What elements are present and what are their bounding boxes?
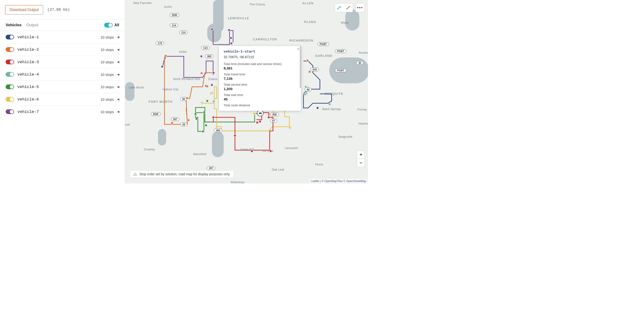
map-city-label: Seagoville (338, 135, 352, 138)
vehicle-toggle[interactable] (6, 84, 14, 89)
stop-marker[interactable] (250, 150, 253, 152)
toggle-all[interactable] (104, 23, 113, 28)
more-icon: ••• (357, 6, 363, 10)
stop-marker[interactable] (186, 97, 188, 100)
tab-output[interactable]: Output (26, 23, 38, 28)
vehicle-name: vehicle-3 (17, 60, 100, 64)
svg-point-3 (346, 9, 347, 10)
stop-marker[interactable] (187, 119, 190, 122)
stop-marker[interactable] (164, 54, 167, 57)
stop-marker[interactable] (253, 112, 256, 115)
stop-marker[interactable] (316, 106, 319, 109)
vehicle-toggle[interactable] (6, 109, 14, 114)
vehicle-marker[interactable] (257, 110, 264, 116)
tab-vehicles[interactable]: Vehicles (6, 23, 22, 28)
vehicle-list: vehicle-1 10 stops ◀ vehicle-2 10 stops … (0, 31, 125, 118)
stop-marker[interactable] (212, 100, 215, 103)
stop-marker[interactable] (289, 126, 292, 129)
vehicle-row[interactable]: vehicle-4 10 stops ◀ (6, 68, 119, 81)
stop-marker[interactable] (205, 124, 208, 127)
chevron-left-icon[interactable]: ◀ (117, 36, 119, 39)
stop-marker[interactable] (256, 121, 259, 124)
stop-marker[interactable] (328, 103, 331, 106)
vehicle-row[interactable]: vehicle-5 10 stops ◀ (6, 81, 119, 93)
popup-metric-label: Total service time (224, 83, 296, 86)
route-curve-icon (337, 5, 342, 10)
vehicle-toggle[interactable] (6, 60, 14, 64)
stop-marker[interactable] (210, 28, 213, 31)
stop-marker[interactable] (269, 150, 272, 152)
stop-marker[interactable] (308, 70, 311, 73)
openstreetmap-link[interactable]: OpenStreetMap (346, 180, 366, 183)
chevron-left-icon[interactable]: ◀ (117, 48, 119, 51)
stop-marker[interactable] (234, 134, 236, 137)
more-options-button[interactable]: ••• (356, 6, 364, 10)
map-city-label: CARROLLTON (253, 38, 277, 41)
stop-marker[interactable] (161, 65, 164, 68)
zoom-out-button[interactable]: − (357, 159, 365, 167)
openmaptiles-link[interactable]: OpenMapTiles (324, 180, 343, 183)
vehicle-name: vehicle-6 (17, 97, 100, 102)
vehicle-toggle[interactable] (6, 97, 14, 102)
stop-marker[interactable] (216, 125, 218, 128)
chevron-left-icon[interactable]: ◀ (117, 85, 119, 88)
chevron-left-icon[interactable]: ◀ (117, 98, 119, 101)
stop-marker[interactable] (200, 72, 203, 74)
map-city-label: Lancaster (285, 146, 298, 150)
stop-marker[interactable] (230, 42, 233, 45)
popup-scrollbar[interactable] (300, 46, 301, 88)
chevron-left-icon[interactable]: ◀ (117, 110, 119, 113)
stop-marker[interactable] (210, 84, 213, 86)
stop-marker[interactable] (230, 36, 232, 40)
vehicle-toggle[interactable] (6, 47, 14, 52)
svg-line-2 (347, 6, 350, 9)
vehicle-row[interactable]: vehicle-3 10 stops ◀ (6, 56, 119, 68)
stop-marker[interactable] (306, 59, 309, 62)
vehicle-stops: 10 stops (100, 48, 114, 52)
stop-marker[interactable] (201, 101, 204, 104)
close-icon[interactable]: × (297, 47, 299, 51)
stop-marker[interactable] (228, 29, 230, 32)
stop-marker[interactable] (202, 130, 204, 133)
stop-marker[interactable] (206, 100, 209, 102)
vehicle-row[interactable]: vehicle-6 10 stops ◀ (6, 93, 119, 106)
stop-marker[interactable] (304, 93, 306, 96)
map-city-label: Rockwa (359, 51, 368, 54)
stop-marker[interactable] (203, 111, 206, 114)
chevron-left-icon[interactable]: ◀ (117, 60, 119, 64)
stop-marker[interactable] (212, 116, 215, 119)
popup-metric-value: 8,381 (224, 66, 296, 70)
download-output-button[interactable]: Download Output (5, 5, 43, 14)
stop-marker[interactable] (304, 86, 307, 88)
vehicle-toggle[interactable] (6, 72, 14, 77)
road-badge: 65W (151, 112, 160, 116)
stop-marker[interactable] (259, 120, 262, 123)
route-straight-button[interactable] (344, 5, 353, 10)
stop-marker[interactable] (206, 85, 209, 88)
vehicle-row[interactable]: vehicle-1 10 stops ◀ (6, 31, 119, 44)
road-badge: 35W (170, 13, 179, 17)
chevron-left-icon[interactable]: ◀ (117, 73, 119, 76)
map-city-label: ALLEN (302, 2, 314, 5)
stop-marker[interactable] (194, 113, 197, 116)
popup-metric-label: Total wait time (224, 93, 296, 97)
road-badge: PGBT (335, 68, 346, 72)
stop-marker[interactable] (210, 92, 213, 94)
vehicle-toggle[interactable] (6, 35, 14, 40)
stop-marker[interactable] (195, 117, 198, 120)
notice-text: Stop order set by solution, road map for… (140, 172, 230, 176)
route-curve-button[interactable] (335, 5, 344, 10)
svg-point-6 (135, 175, 135, 175)
leaflet-link[interactable]: Leaflet (311, 180, 319, 183)
vehicle-stops: 10 stops (100, 98, 114, 101)
header-row: Download Output (27.08 kb) (0, 0, 125, 20)
vehicle-row[interactable]: vehicle-7 10 stops ◀ (6, 106, 119, 118)
stop-marker[interactable] (212, 71, 215, 74)
map-area[interactable]: New FairviewJustinThe ColonyALLENLEWISVI… (125, 0, 368, 184)
stop-marker[interactable] (200, 55, 203, 58)
map-city-label: The Colony (250, 3, 265, 6)
zoom-in-button[interactable]: + (357, 151, 365, 159)
vehicle-row[interactable]: vehicle-2 10 stops ◀ (6, 44, 119, 56)
stop-marker[interactable] (267, 116, 270, 119)
stop-marker[interactable] (170, 122, 174, 124)
